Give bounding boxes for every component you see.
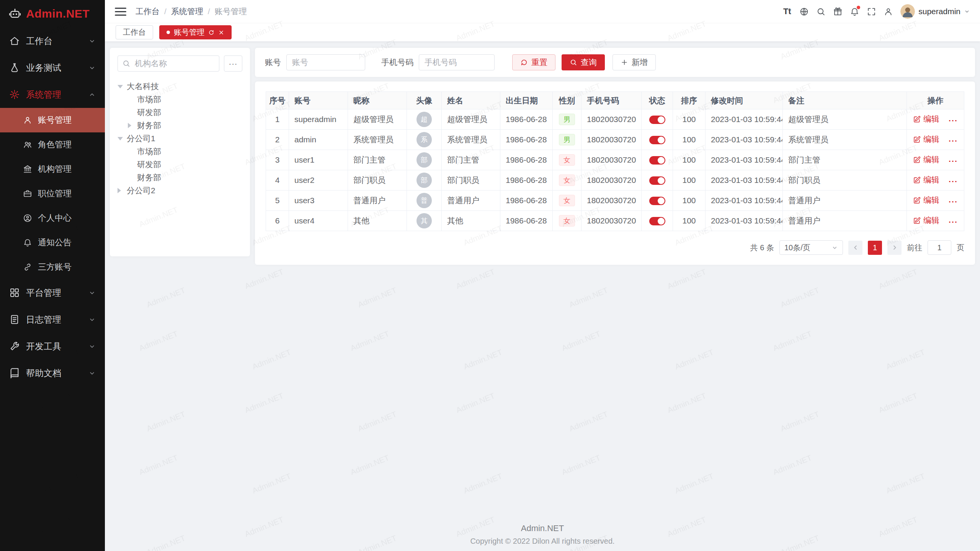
gender-tag: 女 xyxy=(559,195,575,206)
col-modified: 修改时间 xyxy=(706,92,783,109)
sidebar-subitem-org-mgmt[interactable]: 机构管理 xyxy=(0,157,105,181)
status-toggle[interactable] xyxy=(649,116,665,124)
close-icon[interactable] xyxy=(218,29,224,36)
sidebar-subitem-role-mgmt[interactable]: 角色管理 xyxy=(0,132,105,157)
page-size-select[interactable]: 10条/页 xyxy=(779,240,843,255)
status-toggle[interactable] xyxy=(649,197,665,205)
sidebar-subitem-label: 机构管理 xyxy=(38,163,72,175)
user-menu[interactable]: superadmin xyxy=(900,4,970,19)
tab-label: 工作台 xyxy=(123,27,146,37)
tabbar: 工作台 账号管理 xyxy=(105,23,980,41)
chevron-right-icon xyxy=(891,244,898,251)
sidebar-subitem-notice[interactable]: 通知公告 xyxy=(0,230,105,255)
caret-down-icon[interactable] xyxy=(118,85,127,88)
add-button[interactable]: 新增 xyxy=(612,54,656,70)
sidebar-subitem-position-mgmt[interactable]: 职位管理 xyxy=(0,181,105,206)
table-header-row: 序号 账号 昵称 头像 姓名 出生日期 性别 手机号码 状态 排序 修改时间 备… xyxy=(266,92,964,109)
document-icon xyxy=(9,314,20,325)
sidebar-item-dev-tools[interactable]: 开发工具 xyxy=(0,333,105,360)
flask-icon xyxy=(9,62,20,73)
table-row: 6 user4 其他 其 其他 1986-06-28 女 18020030720… xyxy=(266,211,964,231)
org-search-input[interactable] xyxy=(118,55,219,72)
account-label: 账号 xyxy=(265,57,281,68)
edit-icon xyxy=(913,156,921,164)
sidebar-item-label: 平台管理 xyxy=(26,287,61,299)
layout-settings-icon[interactable] xyxy=(880,3,897,20)
tree-node[interactable]: 市场部 xyxy=(118,145,242,158)
sidebar-item-log-mgmt[interactable]: 日志管理 xyxy=(0,306,105,333)
table-row: 3 user1 部门主管 部 部门主管 1986-06-28 女 1802003… xyxy=(266,150,964,170)
hamburger-menu-icon[interactable] xyxy=(115,6,126,17)
row-more-button[interactable]: ··· xyxy=(949,177,958,186)
row-avatar: 普 xyxy=(416,193,432,208)
row-more-button[interactable]: ··· xyxy=(949,116,958,125)
breadcrumb-item[interactable]: 工作台 xyxy=(136,6,160,17)
refresh-icon[interactable] xyxy=(208,29,214,36)
caret-right-icon[interactable] xyxy=(128,123,137,128)
row-more-button[interactable]: ··· xyxy=(949,217,958,227)
edit-button[interactable]: 编辑 xyxy=(913,215,939,226)
caret-down-icon[interactable] xyxy=(118,137,127,140)
chevron-down-icon xyxy=(88,64,96,72)
sidebar-item-platform-mgmt[interactable]: 平台管理 xyxy=(0,279,105,306)
tab-account-mgmt[interactable]: 账号管理 xyxy=(159,25,232,39)
status-toggle[interactable] xyxy=(649,136,665,144)
notification-bell-icon[interactable] xyxy=(846,3,863,20)
breadcrumb-item[interactable]: 系统管理 xyxy=(171,6,203,17)
edit-button[interactable]: 编辑 xyxy=(913,154,939,165)
org-more-button[interactable]: ··· xyxy=(224,55,242,72)
theme-gift-icon[interactable] xyxy=(829,3,846,20)
brand-logo[interactable]: Admin.NET xyxy=(0,0,105,28)
col-birth: 出生日期 xyxy=(500,92,553,109)
tree-node[interactable]: 研发部 xyxy=(118,158,242,171)
font-size-icon[interactable]: Tt xyxy=(779,3,795,20)
status-toggle[interactable] xyxy=(649,156,665,165)
next-page-button[interactable] xyxy=(887,241,902,255)
tree-node[interactable]: 研发部 xyxy=(118,106,242,119)
reset-button[interactable]: 重置 xyxy=(512,54,555,70)
caret-right-icon[interactable] xyxy=(118,188,127,193)
sidebar-subitem-profile-center[interactable]: 个人中心 xyxy=(0,206,105,230)
topbar: 工作台 / 系统管理 / 账号管理 Tt superadm xyxy=(105,0,980,23)
sidebar-subitem-account-mgmt[interactable]: 账号管理 xyxy=(0,108,105,132)
chevron-down-icon xyxy=(88,343,96,350)
edit-button[interactable]: 编辑 xyxy=(913,134,939,145)
pagination: 共 6 条 10条/页 1 前往 页 xyxy=(266,240,964,255)
prev-page-button[interactable] xyxy=(848,241,862,255)
account-input[interactable] xyxy=(286,54,365,70)
gender-tag: 女 xyxy=(559,174,575,186)
edit-button[interactable]: 编辑 xyxy=(913,195,939,205)
goto-page-input[interactable] xyxy=(928,240,951,255)
sidebar-item-business-test[interactable]: 业务测试 xyxy=(0,54,105,81)
status-toggle[interactable] xyxy=(649,217,665,225)
edit-button[interactable]: 编辑 xyxy=(913,174,939,185)
tree-node[interactable]: 分公司1 xyxy=(118,132,242,145)
status-toggle[interactable] xyxy=(649,176,665,185)
tree-node[interactable]: 财务部 xyxy=(118,171,242,184)
tree-node[interactable]: 分公司2 xyxy=(118,184,242,197)
breadcrumb: 工作台 / 系统管理 / 账号管理 xyxy=(136,6,247,17)
sidebar-subitem-third-party-account[interactable]: 三方账号 xyxy=(0,255,105,279)
tab-workbench[interactable]: 工作台 xyxy=(116,25,153,39)
wrench-icon xyxy=(9,341,20,352)
tree-node[interactable]: 财务部 xyxy=(118,119,242,132)
sidebar-item-workbench[interactable]: 工作台 xyxy=(0,28,105,54)
edit-button[interactable]: 编辑 xyxy=(913,114,939,124)
fullscreen-icon[interactable] xyxy=(863,3,880,20)
row-more-button[interactable]: ··· xyxy=(949,156,958,166)
page-size-value: 10条/页 xyxy=(784,243,810,253)
language-globe-icon[interactable] xyxy=(795,3,812,20)
page-footer: Admin.NET Copyright © 2022 Dilon All rig… xyxy=(105,523,980,546)
tree-node[interactable]: 市场部 xyxy=(118,93,242,106)
sidebar-item-system-mgmt[interactable]: 系统管理 xyxy=(0,81,105,108)
brand-name: Admin.NET xyxy=(26,7,90,20)
search-icon[interactable] xyxy=(812,3,829,20)
row-more-button[interactable]: ··· xyxy=(949,197,958,206)
search-button[interactable]: 查询 xyxy=(562,54,605,70)
sidebar-item-help-docs[interactable]: 帮助文档 xyxy=(0,360,105,386)
tree-node[interactable]: 大名科技 xyxy=(118,80,242,93)
current-page-button[interactable]: 1 xyxy=(868,241,882,255)
phone-input[interactable] xyxy=(419,54,495,70)
sidebar-item-label: 工作台 xyxy=(26,35,52,47)
row-more-button[interactable]: ··· xyxy=(949,136,958,145)
